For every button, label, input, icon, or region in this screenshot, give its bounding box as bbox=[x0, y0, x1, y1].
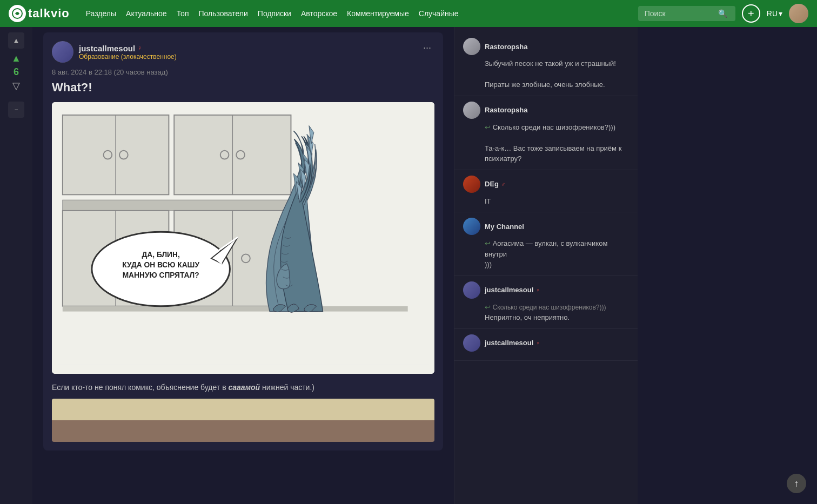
post-image: ДА, БЛИН, КУДА ОН ВСЮ КАШУ МАННУЮ СПРЯТА… bbox=[52, 102, 434, 374]
header: talkvio Разделы Актуальное Топ Пользоват… bbox=[0, 0, 817, 27]
scroll-up-button[interactable]: ▲ bbox=[8, 32, 24, 49]
nav-commented[interactable]: Комментируемые bbox=[347, 9, 409, 18]
comment-avatar[interactable] bbox=[463, 176, 480, 193]
svg-rect-10 bbox=[63, 200, 291, 211]
comment-author[interactable]: My Channel bbox=[485, 223, 524, 231]
comment-header: My Channel bbox=[463, 218, 629, 235]
vote-down-button[interactable]: ▽ bbox=[12, 80, 20, 92]
reply-icon: ↩ bbox=[485, 303, 491, 311]
nav-top[interactable]: Топ bbox=[177, 9, 189, 18]
main-content: justcallmesoul ♀ Образование (злокачеств… bbox=[32, 27, 454, 504]
search-icon: 🔍 bbox=[718, 9, 727, 18]
post-timestamp: 8 авг. 2024 в 22:18 (20 часов назад) bbox=[52, 68, 434, 76]
comment-author[interactable]: Rastoropsha bbox=[485, 106, 527, 114]
author-gender-badge: ♀ bbox=[137, 44, 142, 52]
comment-author[interactable]: justcallmesoul ♀ bbox=[485, 286, 540, 294]
post-card: justcallmesoul ♀ Образование (злокачеств… bbox=[43, 32, 443, 451]
comment-side-button[interactable]: − bbox=[8, 102, 24, 118]
post-author-name[interactable]: justcallmesoul ♀ bbox=[79, 44, 177, 53]
post-image2-preview bbox=[52, 399, 434, 442]
user-avatar-header[interactable] bbox=[789, 4, 808, 23]
comment-author[interactable]: justcallmesoul ♀ bbox=[485, 339, 540, 347]
comment-text: ↩ Сколько среди нас шизофреников?))) Неп… bbox=[463, 302, 629, 323]
nav-random[interactable]: Случайные bbox=[419, 9, 459, 18]
logo-icon bbox=[9, 5, 26, 22]
comment-avatar[interactable] bbox=[463, 38, 480, 55]
nav-subscriptions[interactable]: Подписки bbox=[258, 9, 291, 18]
chevron-down-icon: ▾ bbox=[779, 9, 782, 18]
language-selector[interactable]: RU ▾ bbox=[767, 9, 782, 18]
comment-gender-badge: ♀ bbox=[535, 340, 540, 346]
post-title: What?! bbox=[52, 80, 434, 95]
nav-sections[interactable]: Разделы bbox=[86, 9, 116, 18]
comment-gender-badge: ♀ bbox=[535, 287, 540, 293]
post-menu-button[interactable]: ··· bbox=[420, 41, 434, 55]
post-header: justcallmesoul ♀ Образование (злокачеств… bbox=[52, 41, 434, 63]
comment-author[interactable]: DEg ♂ bbox=[485, 180, 505, 188]
reply-icon: ↩ bbox=[485, 239, 491, 247]
logo[interactable]: talkvio bbox=[9, 5, 70, 22]
svg-text:КУДА ОН ВСЮ КАШУ: КУДА ОН ВСЮ КАШУ bbox=[122, 261, 199, 269]
add-button[interactable]: + bbox=[742, 4, 760, 23]
comment-header: Rastoropsha bbox=[463, 102, 629, 119]
comment-text: IT bbox=[463, 196, 629, 207]
sidebar-left: ▲ ▲ 6 ▽ − bbox=[0, 27, 32, 504]
logo-text: talkvio bbox=[28, 6, 70, 21]
main-layout: ▲ ▲ 6 ▽ − justcallmesoul ♀ bbox=[0, 27, 817, 504]
post-description: Если кто-то не понял комикс, объяснение … bbox=[52, 381, 434, 393]
comment-header: DEg ♂ bbox=[463, 176, 629, 193]
comment-avatar[interactable] bbox=[463, 281, 480, 299]
post-author-meta: justcallmesoul ♀ Образование (злокачеств… bbox=[79, 44, 177, 61]
comment-item: justcallmesoul ♀ ↩ Сколько среди нас шиз… bbox=[454, 276, 638, 329]
nav-authoring[interactable]: Авторское bbox=[301, 9, 337, 18]
vote-count: 6 bbox=[14, 66, 19, 78]
search-box[interactable]: 🔍 bbox=[638, 6, 735, 21]
vote-section: ▲ 6 ▽ bbox=[11, 53, 21, 92]
post-avatar[interactable] bbox=[52, 41, 73, 63]
comic-svg: ДА, БЛИН, КУДА ОН ВСЮ КАШУ МАННУЮ СПРЯТА… bbox=[57, 107, 429, 367]
vote-up-button[interactable]: ▲ bbox=[11, 53, 21, 64]
comment-text: Зыбучий песок не такой уж и страшный! Пи… bbox=[463, 58, 629, 90]
svg-text:МАННУЮ СПРЯТАЛ?: МАННУЮ СПРЯТАЛ? bbox=[123, 271, 199, 279]
post-author-info: justcallmesoul ♀ Образование (злокачеств… bbox=[52, 41, 177, 63]
scroll-to-top-button[interactable]: ↑ bbox=[787, 474, 806, 493]
post-avatar-image bbox=[52, 41, 73, 63]
header-right: 🔍 + RU ▾ bbox=[638, 4, 808, 23]
comment-header: justcallmesoul ♀ bbox=[463, 281, 629, 299]
comment-item: justcallmesoul ♀ bbox=[454, 329, 638, 361]
comment-header: justcallmesoul ♀ bbox=[463, 334, 629, 352]
comment-author[interactable]: Rastoropsha bbox=[485, 43, 527, 51]
sidebar-right: Rastoropsha Зыбучий песок не такой уж и … bbox=[454, 27, 638, 504]
svg-rect-20 bbox=[63, 306, 408, 312]
search-input[interactable] bbox=[645, 9, 715, 18]
comment-text: ↩ Аогасима — вулкан, с вулканчиком внутр… bbox=[463, 238, 629, 270]
main-nav: Разделы Актуальное Топ Пользователи Подп… bbox=[86, 9, 627, 18]
comment-item: DEg ♂ IT bbox=[454, 170, 638, 213]
comment-item: Rastoropsha Зыбучий песок не такой уж и … bbox=[454, 32, 638, 96]
comment-text: ↩ Сколько среди нас шизофреников?))) Та-… bbox=[463, 122, 629, 164]
comment-avatar[interactable] bbox=[463, 102, 480, 119]
comment-avatar[interactable] bbox=[463, 218, 480, 235]
svg-text:ДА, БЛИН,: ДА, БЛИН, bbox=[142, 251, 180, 259]
post-category[interactable]: Образование (злокачественное) bbox=[79, 53, 177, 61]
reply-icon: ↩ bbox=[485, 123, 491, 131]
nav-users[interactable]: Пользователи bbox=[198, 9, 247, 18]
comment-item: Rastoropsha ↩ Сколько среди нас шизофрен… bbox=[454, 96, 638, 170]
comment-avatar[interactable] bbox=[463, 334, 480, 352]
comment-item: My Channel ↩ Аогасима — вулкан, с вулкан… bbox=[454, 212, 638, 276]
comic-container: ДА, БЛИН, КУДА ОН ВСЮ КАШУ МАННУЮ СПРЯТА… bbox=[52, 102, 434, 374]
post-image2 bbox=[52, 399, 434, 442]
nav-actual[interactable]: Актуальное bbox=[126, 9, 167, 18]
user-avatar-image bbox=[789, 4, 808, 23]
comment-gender-badge: ♂ bbox=[501, 181, 505, 187]
comment-header: Rastoropsha bbox=[463, 38, 629, 55]
